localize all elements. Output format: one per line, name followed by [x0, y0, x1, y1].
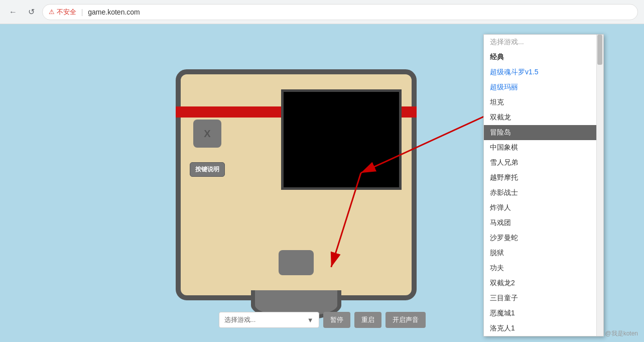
address-bar[interactable]: ⚠ 不安全 | game.koten.com [42, 4, 638, 20]
dropdown-item-1[interactable]: 超级玛丽 [484, 80, 603, 95]
console-joystick [279, 250, 314, 275]
browser-toolbar: ← ↺ ⚠ 不安全 | game.koten.com [0, 0, 644, 24]
browser-window: ← ↺ ⚠ 不安全 | game.koten.com X 按键说明 选择 [0, 0, 644, 342]
dropdown-item-17[interactable]: 洛克人1 [484, 321, 603, 336]
dropdown-item-10[interactable]: 马戏团 [484, 215, 603, 231]
dropdown-item-0[interactable]: 超级魂斗罗v1.5 [484, 65, 603, 80]
address-divider: | [81, 8, 83, 16]
bottom-control-bar: 选择游戏... ▼ 暂停 重启 开启声音 [219, 312, 426, 328]
dropdown-item-8[interactable]: 赤影战士 [484, 185, 603, 200]
dropdown-item-13[interactable]: 功夫 [484, 261, 603, 276]
sound-button[interactable]: 开启声音 [385, 312, 426, 328]
scrollbar-thumb[interactable] [597, 35, 602, 65]
game-area: X 按键说明 选择游戏... 经典 超级魂斗罗v1.5 超级玛丽 坦克 双截龙 … [0, 24, 644, 342]
security-warning: ⚠ 不安全 [49, 8, 76, 17]
dropdown-item-6[interactable]: 雪人兄弟 [484, 155, 603, 170]
pause-button[interactable]: 暂停 [323, 312, 350, 328]
dropdown-item-14[interactable]: 双截龙2 [484, 276, 603, 291]
dropdown-item-9[interactable]: 炸弹人 [484, 200, 603, 215]
back-button[interactable]: ← [6, 5, 20, 19]
dropdown-placeholder[interactable]: 选择游戏... [484, 35, 603, 50]
x-button: X [193, 120, 221, 148]
dropdown-item-4[interactable]: 冒险岛 [484, 125, 603, 140]
game-console: X 按键说明 [176, 69, 417, 300]
dropdown-item-11[interactable]: 沙罗曼蛇 [484, 231, 603, 246]
bottom-select-label: 选择游戏... [224, 315, 256, 324]
scrollbar-track[interactable] [596, 35, 603, 336]
console-body: X 按键说明 [176, 69, 417, 300]
dropdown-item-2[interactable]: 坦克 [484, 95, 603, 110]
game-select-dropdown[interactable]: 选择游戏... 经典 超级魂斗罗v1.5 超级玛丽 坦克 双截龙 冒险岛 中国象… [483, 34, 604, 336]
refresh-button[interactable]: ↺ [24, 5, 38, 19]
dropdown-item-16[interactable]: 恶魔城1 [484, 306, 603, 321]
bottom-game-select[interactable]: 选择游戏... ▼ [219, 312, 319, 328]
dropdown-item-15[interactable]: 三目童子 [484, 291, 603, 306]
key-legend-button[interactable]: 按键说明 [190, 162, 225, 177]
bottom-select-arrow-icon: ▼ [307, 316, 314, 324]
dropdown-item-3[interactable]: 双截龙 [484, 110, 603, 125]
address-url: game.koten.com [88, 8, 140, 16]
dropdown-category-classic: 经典 [484, 50, 603, 65]
dropdown-item-7[interactable]: 越野摩托 [484, 170, 603, 185]
dropdown-item-5[interactable]: 中国象棋 [484, 140, 603, 155]
console-screen [281, 89, 402, 190]
dropdown-item-12[interactable]: 脱狱 [484, 246, 603, 261]
restart-button[interactable]: 重启 [354, 312, 381, 328]
